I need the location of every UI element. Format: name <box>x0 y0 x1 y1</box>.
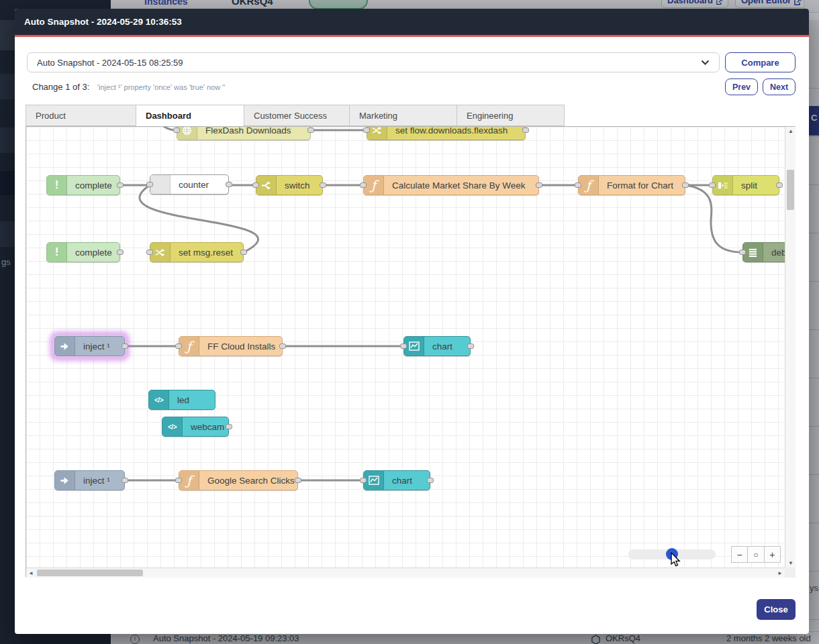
vertical-scrollbar[interactable]: ▲ ▼ <box>785 127 796 568</box>
node-label: FF Cloud Installs <box>199 341 282 352</box>
node-output-port[interactable] <box>240 250 247 255</box>
node-output-port[interactable] <box>307 127 314 133</box>
vertical-scrollbar-thumb[interactable] <box>787 170 794 210</box>
node-output-port[interactable] <box>122 478 128 483</box>
tab-customer-success[interactable]: Customer Success <box>244 105 350 126</box>
prev-button[interactable]: Prev <box>725 78 758 95</box>
none-icon <box>150 175 171 194</box>
flow-node-split[interactable]: split <box>712 175 779 195</box>
tab-dashboard[interactable]: Dashboard <box>136 105 244 127</box>
node-label: complete <box>67 248 119 258</box>
node-output-port[interactable] <box>226 182 232 187</box>
flow-node-complete-2[interactable]: !complete <box>46 242 120 262</box>
flow-node-format-for-chart[interactable]: ƒFormat for Chart <box>578 175 685 195</box>
snapshot-select[interactable]: Auto Snapshot - 2024-05-15 08:25:59 <box>27 52 720 72</box>
exclamation-icon: ! <box>47 176 67 195</box>
flow-node-set-msg-reset[interactable]: set msg.reset <box>150 242 244 262</box>
node-output-port[interactable] <box>427 478 434 483</box>
node-output-port[interactable] <box>320 182 326 188</box>
node-label: inject ¹ <box>75 476 117 486</box>
node-output-port[interactable] <box>117 250 124 255</box>
flow-node-chart-1[interactable]: chart <box>403 336 471 356</box>
zoom-out-button[interactable]: − <box>732 547 747 562</box>
node-input-port[interactable] <box>709 182 716 188</box>
horizontal-scrollbar[interactable]: ◄ ► <box>26 568 785 578</box>
close-button[interactable]: Close <box>757 599 796 620</box>
flow-node-webcam[interactable]: </>webcam <box>162 417 229 437</box>
flow-node-chart-2[interactable]: chart <box>363 470 430 490</box>
flow-canvas-grid[interactable]: − ○ + FlexDash Downloadsset flow.downloa… <box>26 127 785 568</box>
flow-node-complete-1[interactable]: !complete <box>46 175 120 195</box>
next-button[interactable]: Next <box>763 78 796 95</box>
node-input-port[interactable] <box>400 343 407 349</box>
node-label: Format for Chart <box>599 180 680 191</box>
function-icon: ƒ <box>364 176 384 195</box>
node-output-port[interactable] <box>682 182 689 188</box>
flow-node-calculate-market-share-by-week[interactable]: ƒCalculate Market Share By Week <box>363 175 539 195</box>
zoom-reset-button[interactable]: ○ <box>747 547 763 562</box>
code-icon: </> <box>162 417 183 436</box>
node-output-port[interactable] <box>279 343 286 349</box>
node-output-port[interactable] <box>536 182 542 188</box>
node-label: FlexDash Downloads <box>197 127 298 136</box>
tab-marketing[interactable]: Marketing <box>350 105 457 126</box>
inject-icon <box>55 337 75 356</box>
tab-product[interactable]: Product <box>26 105 136 126</box>
switch-icon <box>256 176 277 195</box>
node-output-port[interactable] <box>776 182 783 188</box>
page: gs Instances OKRsQ4 Dashboard Open Edito… <box>0 0 819 644</box>
node-input-port[interactable] <box>575 182 581 188</box>
scroll-right-arrow[interactable]: ► <box>777 570 783 576</box>
zoom-in-button[interactable]: + <box>764 547 780 562</box>
flow-node-ff-cloud-installs[interactable]: ƒFF Cloud Installs <box>179 336 283 356</box>
flow-node-counter[interactable]: counter <box>150 174 229 195</box>
scroll-down-arrow[interactable]: ▼ <box>788 560 793 566</box>
node-label: led <box>169 395 196 405</box>
node-input-port[interactable] <box>363 127 370 133</box>
node-input-port[interactable] <box>739 250 746 255</box>
node-label: chart <box>384 476 419 486</box>
horizontal-scrollbar-thumb[interactable] <box>37 570 143 576</box>
tab-engineering[interactable]: Engineering <box>457 105 565 126</box>
compare-button[interactable]: Compare <box>725 52 796 72</box>
split-icon <box>713 176 733 195</box>
snapshot-select-value: Auto Snapshot - 2024-05-15 08:25:59 <box>37 58 701 68</box>
snapshot-compare-modal: Auto Snapshot - 2024-05-29 10:36:53 Auto… <box>15 9 809 634</box>
node-input-port[interactable] <box>252 182 259 188</box>
node-label: counter <box>171 180 215 190</box>
inject-icon <box>55 471 75 490</box>
scroll-left-arrow[interactable]: ◄ <box>28 570 34 576</box>
flow-node-inject-2[interactable]: inject ¹ <box>54 470 125 490</box>
flow-node-led[interactable]: </>led <box>148 390 215 410</box>
node-output-port[interactable] <box>295 478 301 483</box>
node-output-port[interactable] <box>467 343 474 349</box>
flow-node-inject-1[interactable]: inject ¹ <box>54 336 125 356</box>
node-output-port[interactable] <box>522 127 529 133</box>
chevron-down-icon <box>701 60 710 66</box>
node-label: inject ¹ <box>75 341 117 352</box>
flow-tabs: Product Dashboard Customer Success Marke… <box>26 105 565 127</box>
node-input-port[interactable] <box>175 343 182 349</box>
node-label: set flow.downloads.flexdash <box>387 127 514 136</box>
node-output-port[interactable] <box>226 424 232 429</box>
flow-node-debug[interactable]: debug <box>742 242 785 262</box>
flow-node-set-flow-downloads-flexdash[interactable]: set flow.downloads.flexdash <box>367 127 526 140</box>
node-input-port[interactable] <box>146 250 153 255</box>
scroll-up-arrow[interactable]: ▲ <box>788 128 793 134</box>
flow-node-switch[interactable]: switch <box>256 175 323 195</box>
node-label: set msg.reset <box>171 248 240 258</box>
flow-node-google-search-clicks[interactable]: ƒGoogle Search Clicks <box>179 470 298 490</box>
node-input-port[interactable] <box>360 478 367 483</box>
debug-icon <box>743 243 763 262</box>
node-label: complete <box>67 180 119 191</box>
node-label: Google Search Clicks <box>199 476 301 486</box>
node-output-port[interactable] <box>122 343 128 349</box>
node-input-port[interactable] <box>360 182 367 188</box>
mouse-cursor <box>669 552 683 567</box>
node-label: webcam <box>183 422 231 432</box>
node-input-port[interactable] <box>175 478 182 483</box>
node-input-port[interactable] <box>173 127 180 133</box>
node-input-port[interactable] <box>146 182 153 187</box>
flow-node-flexdash-downloads[interactable]: FlexDash Downloads <box>177 127 311 140</box>
node-output-port[interactable] <box>117 182 124 188</box>
